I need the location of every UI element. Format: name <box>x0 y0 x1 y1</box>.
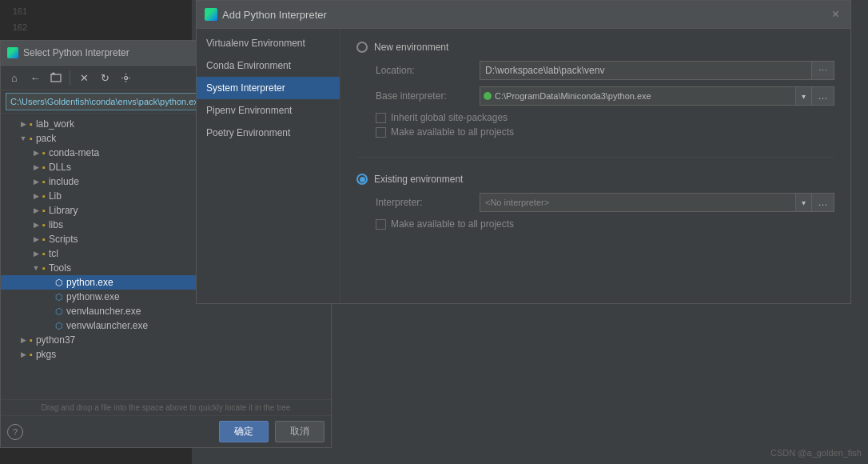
tree-label-library: Library <box>49 205 78 216</box>
dialog-add-close-button[interactable]: × <box>829 7 842 22</box>
folder-icon-pack: ▪ <box>30 134 33 143</box>
tree-label-dlls: DLLs <box>49 162 71 173</box>
base-interpreter-dropdown-button[interactable]: ▾ <box>796 86 812 106</box>
sidebar-item-pipenv[interactable]: Pipenv Environment <box>197 99 340 122</box>
add-interpreter-dialog: Add Python Interpreter × Virtualenv Envi… <box>196 0 851 304</box>
folder-icon-tools: ▪ <box>42 263 46 273</box>
make-available-new-checkbox[interactable] <box>376 127 386 138</box>
new-folder-button[interactable] <box>47 69 65 86</box>
delete-button[interactable]: ✕ <box>75 69 93 86</box>
add-content: New environment Location: ⋯ Base interpr… <box>340 29 850 303</box>
inherit-packages-checkbox[interactable] <box>376 113 386 123</box>
interpreter-value: <No interpreter> <box>485 198 790 207</box>
tree-label-python-exe: python.exe <box>66 277 113 288</box>
folder-icon-include: ▪ <box>42 177 46 186</box>
new-env-header: New environment <box>356 42 834 53</box>
exe-icon-pythonw: ⬡ <box>55 292 63 302</box>
tree-label-scripts: Scripts <box>49 234 78 245</box>
settings-icon <box>121 73 131 83</box>
base-interpreter-value: C:\ProgramData\Miniconda3\python.exe <box>495 91 792 101</box>
tree-label-conda-meta: conda-meta <box>49 147 99 158</box>
new-environment-section: New environment Location: ⋯ Base interpr… <box>356 42 834 141</box>
sidebar-label-system: System Interpreter <box>206 82 285 94</box>
home-button[interactable]: ⌂ <box>6 69 23 86</box>
dialog-select-title: Select Python Interpreter <box>23 47 129 58</box>
back-button[interactable]: ← <box>26 69 44 86</box>
location-label: Location: <box>376 65 480 76</box>
tree-label-python37: python37 <box>36 334 75 346</box>
base-interpreter-browse-button[interactable]: … <box>812 86 834 106</box>
tree-arrow-tools <box>30 264 42 272</box>
tree-label-pythonw-exe: pythonw.exe <box>66 291 120 302</box>
new-folder-icon <box>50 72 62 83</box>
inherit-packages-label: Inherit global site-packages <box>391 112 508 123</box>
folder-icon-conda-meta: ▪ <box>42 148 46 158</box>
folder-icon-lib: ▪ <box>42 191 46 201</box>
folder-icon-pkgs: ▪ <box>30 350 33 359</box>
section-divider <box>356 157 834 158</box>
folder-icon-libs: ▪ <box>42 220 46 230</box>
sidebar-item-conda[interactable]: Conda Environment <box>197 54 340 77</box>
location-input[interactable] <box>480 61 812 80</box>
new-env-label: New environment <box>374 42 448 53</box>
sidebar-item-virtualenv[interactable]: Virtualenv Environment <box>197 32 340 54</box>
interpreter-row: Interpreter: <No interpreter> ▾ … <box>356 193 834 212</box>
ok-button[interactable]: 确定 <box>219 421 269 442</box>
tree-label-pack: pack <box>36 133 56 144</box>
make-available-new-label: Make available to all projects <box>391 126 514 138</box>
pycharm-icon <box>7 47 18 58</box>
pycharm-icon-add <box>205 8 217 21</box>
tree-arrow-library <box>30 206 42 214</box>
sidebar-label-poetry: Poetry Environment <box>206 127 290 138</box>
folder-icon-dlls: ▪ <box>42 162 46 172</box>
tree-label-lib: Lib <box>49 190 62 202</box>
interpreter-browse-button[interactable]: … <box>812 193 834 212</box>
sidebar-item-system[interactable]: System Interpreter <box>197 77 340 99</box>
tree-item-python37[interactable]: ▪ python37 <box>1 333 331 347</box>
watermark: CSDN @a_golden_fish <box>770 448 862 458</box>
interpreter-status-dot <box>484 92 492 100</box>
make-available-existing-checkbox[interactable] <box>376 219 386 230</box>
new-env-radio[interactable] <box>356 42 368 53</box>
exe-icon-venvwlauncher: ⬡ <box>55 321 63 331</box>
existing-env-header: Existing environment <box>356 174 834 185</box>
exe-icon-python: ⬡ <box>55 278 63 288</box>
svg-point-1 <box>124 76 127 79</box>
tree-item-venvwlauncher[interactable]: ⬡ venvwlauncher.exe <box>1 318 331 333</box>
dialog-select-buttons: ? 确定 取消 <box>1 415 331 447</box>
make-available-existing-row: Make available to all projects <box>356 218 834 230</box>
dialog-add-title: Add Python Interpreter <box>222 9 327 21</box>
sidebar-label-conda: Conda Environment <box>206 60 291 71</box>
location-browse-button[interactable]: ⋯ <box>812 61 834 80</box>
tree-arrow-include <box>30 178 42 186</box>
tree-arrow-lib <box>30 192 42 200</box>
sidebar-item-poetry[interactable]: Poetry Environment <box>197 122 340 144</box>
settings-button[interactable] <box>117 69 134 86</box>
tree-arrow-python37 <box>17 336 30 344</box>
add-sidebar: Virtualenv Environment Conda Environment… <box>197 29 340 303</box>
cancel-button[interactable]: 取消 <box>275 421 325 442</box>
tree-label-venvlauncher: venvlauncher.exe <box>66 306 141 317</box>
folder-icon-tcl: ▪ <box>42 249 46 258</box>
sidebar-label-virtualenv: Virtualenv Environment <box>206 38 305 49</box>
tree-arrow-tcl <box>30 250 42 258</box>
tree-item-pkgs[interactable]: ▪ pkgs <box>1 347 331 362</box>
tree-item-venvlauncher[interactable]: ⬡ venvlauncher.exe <box>1 304 331 318</box>
help-button[interactable]: ? <box>7 424 23 440</box>
location-row: Location: ⋯ <box>356 61 834 80</box>
tree-label-libs: libs <box>49 219 63 230</box>
existing-env-radio[interactable] <box>356 174 368 185</box>
tree-arrow-pkgs <box>17 350 30 358</box>
refresh-button[interactable]: ↻ <box>96 69 113 86</box>
tree-label-tcl: tcl <box>49 248 58 259</box>
tree-label-include: include <box>49 176 79 187</box>
sidebar-label-pipenv: Pipenv Environment <box>206 105 292 116</box>
exe-icon-venvlauncher: ⬡ <box>55 306 63 317</box>
inherit-packages-row: Inherit global site-packages <box>356 112 834 123</box>
dialog-add-titlebar: Add Python Interpreter × <box>197 1 850 29</box>
tree-arrow-pack <box>17 134 30 142</box>
folder-icon-lab-work: ▪ <box>30 119 33 129</box>
base-interpreter-label: Base interpreter: <box>376 90 480 102</box>
interpreter-dropdown-button[interactable]: ▾ <box>796 193 812 212</box>
tree-arrow-lab-work <box>17 120 30 128</box>
